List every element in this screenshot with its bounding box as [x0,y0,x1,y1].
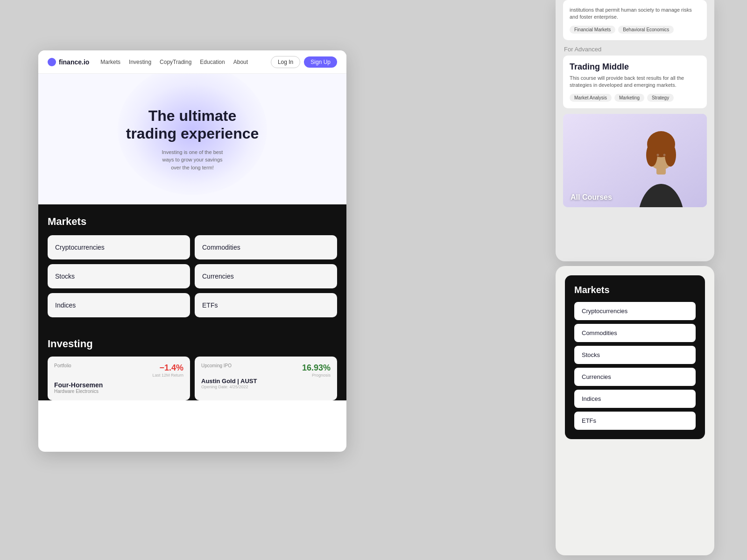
svg-point-8 [663,154,666,156]
trading-middle-card: Trading Middle This course will provide … [563,56,707,108]
svg-point-6 [665,143,676,167]
course-intro-tags: Financial Markets Behavioral Economics [570,26,700,34]
nav-investing[interactable]: Investing [129,59,151,65]
dark-market-crypto[interactable]: Cryptocurrencies [574,302,696,320]
ipo-prognosis-value: 16.93% [302,363,331,373]
ipo-name: Austin Gold | AUST [201,378,331,385]
ipo-label: Upcoming IPO [201,363,232,368]
dark-market-commodities[interactable]: Commodities [574,324,696,342]
for-advanced-label: For Advanced [563,46,707,53]
all-courses-card[interactable]: All Courses [563,114,707,207]
dark-market-etfs[interactable]: ETFs [574,412,696,430]
svg-point-7 [657,154,659,156]
course-tag-financial[interactable]: Financial Markets [570,26,615,34]
market-card-currencies[interactable]: Currencies [195,264,337,288]
hero-line1: The ultimate [148,107,236,124]
portfolio-label: Portfolio [54,363,71,368]
markets-title: Markets [48,216,337,228]
course-tags: Market Analysis Marketing Strategy [570,94,700,102]
course-intro-text: institutions that permit human society t… [570,7,700,21]
dark-market-stocks[interactable]: Stocks [574,346,696,364]
portfolio-card[interactable]: Portfolio −1.4% Last 12M Return Four-Hor… [48,357,190,400]
markets-dark-card: Markets Cryptocurrencies Commodities Sto… [565,275,705,439]
svg-point-5 [646,143,657,167]
course-desc: This course will provide back test resul… [570,75,700,89]
market-card-commodities[interactable]: Commodities [195,235,337,259]
navbar: finance.io Markets Investing CopyTrading… [38,50,346,74]
hero-line2: trading experience [126,125,259,142]
markets-section: Markets Cryptocurrencies Commodities Sto… [38,204,346,329]
market-grid: Cryptocurrencies Commodities Stocks Curr… [48,235,337,317]
hero-sub1: Investing is one of the best [162,149,223,155]
tag-strategy[interactable]: Strategy [647,94,674,102]
investing-section: Investing Portfolio −1.4% Last 12M Retur… [38,329,346,400]
investing-title: Investing [48,338,337,350]
nav-education[interactable]: Education [200,59,225,65]
market-card-indices[interactable]: Indices [48,293,190,317]
portfolio-name: Four-Horsemen [54,381,183,389]
logo[interactable]: finance.io [48,58,89,66]
investing-grid: Portfolio −1.4% Last 12M Return Four-Hor… [48,357,337,400]
dark-market-currencies[interactable]: Currencies [574,368,696,386]
dark-market-indices[interactable]: Indices [574,390,696,408]
signup-button[interactable]: Sign Up [304,56,337,68]
hero-sub3: over the long term! [171,165,214,170]
ipo-date: Opening Date: 4/25/2022 [201,385,331,389]
nav-copytrading[interactable]: CopyTrading [160,59,191,65]
market-card-crypto[interactable]: Cryptocurrencies [48,235,190,259]
tag-market-analysis[interactable]: Market Analysis [570,94,612,102]
tag-marketing[interactable]: Marketing [614,94,644,102]
hero-subtitle: Investing is one of the best ways to gro… [162,148,223,172]
logo-icon [48,58,56,66]
portfolio-return-label: Last 12M Return [152,373,183,378]
hero-sub2: ways to grow your savings [162,157,223,162]
portfolio-subname: Hardware Electronics [54,389,183,394]
hero-section: The ultimate trading experience Investin… [38,74,346,204]
nav-about[interactable]: About [233,59,248,65]
nav-actions: Log In Sign Up [271,56,337,68]
course-title: Trading Middle [570,62,700,72]
market-card-stocks[interactable]: Stocks [48,264,190,288]
markets-dark-title: Markets [574,285,696,295]
hero-title: The ultimate trading experience [126,107,259,143]
logo-text: finance.io [59,58,89,66]
market-card-etfs[interactable]: ETFs [195,293,337,317]
course-tag-behavioral[interactable]: Behavioral Economics [618,26,674,34]
markets-panel: Markets Cryptocurrencies Commodities Sto… [556,266,714,555]
ipo-prognosis-label: Prognosis [302,373,331,378]
nav-markets[interactable]: Markets [100,59,120,65]
login-button[interactable]: Log In [271,56,300,68]
nav-links: Markets Investing CopyTrading Education … [100,59,260,65]
all-courses-label: All Courses [571,193,612,202]
main-browser-window: finance.io Markets Investing CopyTrading… [38,50,346,452]
portfolio-return: −1.4% [152,363,183,373]
course-intro-card: institutions that permit human society t… [563,0,707,40]
courses-panel: institutions that permit human society t… [556,0,714,261]
ipo-card[interactable]: Upcoming IPO 16.93% Prognosis Austin Gol… [195,357,337,400]
